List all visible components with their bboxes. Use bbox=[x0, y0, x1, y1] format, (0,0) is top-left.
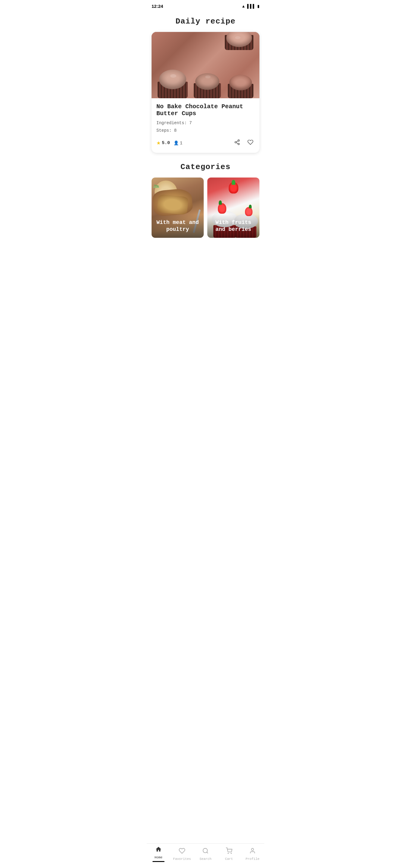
nav-cart-label: Cart bbox=[225, 857, 233, 861]
svg-point-9 bbox=[251, 848, 253, 850]
svg-line-4 bbox=[236, 141, 238, 142]
categories-grid: With meat and poultry bbox=[152, 178, 259, 238]
recipe-footer: ★ 5.0 👤 1 bbox=[156, 138, 255, 148]
svg-point-1 bbox=[235, 142, 236, 143]
recipe-image bbox=[152, 32, 259, 98]
profile-icon bbox=[249, 847, 256, 856]
home-icon bbox=[155, 846, 162, 855]
nav-favorites[interactable]: Favorites bbox=[173, 847, 191, 861]
nav-cart[interactable]: Cart bbox=[220, 847, 238, 861]
recipe-info: No Bake Chocolate Peanut Butter Cups Ing… bbox=[152, 98, 259, 153]
svg-point-0 bbox=[238, 140, 240, 141]
svg-line-3 bbox=[236, 143, 238, 144]
nav-search-label: Search bbox=[199, 857, 212, 861]
search-icon bbox=[202, 847, 209, 856]
favorite-button[interactable] bbox=[246, 138, 255, 148]
wifi-icon: ▲ bbox=[241, 4, 245, 8]
nav-search[interactable]: Search bbox=[196, 847, 215, 861]
page-content: Daily recipe bbox=[147, 17, 264, 265]
reviews-count: 1 bbox=[180, 141, 182, 146]
category-fruits[interactable]: With fruits and berries bbox=[207, 178, 259, 238]
status-icons: ▲ ▌▌▌ ▮ bbox=[241, 4, 259, 8]
svg-line-6 bbox=[207, 852, 208, 853]
categories-title: Categories bbox=[152, 162, 259, 172]
recipe-name: No Bake Chocolate Peanut Butter Cups bbox=[156, 103, 255, 117]
cupcake-top-4 bbox=[229, 75, 252, 90]
recipe-reviews: 👤 1 bbox=[173, 141, 182, 146]
category-meat-overlay: With meat and poultry bbox=[152, 214, 204, 238]
cupcake-top-1 bbox=[159, 70, 186, 89]
star-icon: ★ bbox=[156, 140, 161, 146]
category-fruits-name: With fruits and berries bbox=[211, 219, 256, 233]
status-time: 12:24 bbox=[152, 4, 163, 9]
action-buttons bbox=[233, 138, 255, 148]
category-fruits-overlay: With fruits and berries bbox=[207, 214, 259, 238]
favorites-icon bbox=[179, 847, 185, 856]
category-meat[interactable]: With meat and poultry bbox=[152, 178, 204, 238]
nav-profile-label: Profile bbox=[246, 857, 259, 861]
person-icon: 👤 bbox=[173, 141, 179, 146]
ingredients-count: Ingredients: 7 bbox=[156, 119, 255, 127]
cart-icon bbox=[226, 847, 232, 856]
daily-recipe-title: Daily recipe bbox=[152, 17, 259, 26]
daily-recipe-card[interactable]: No Bake Chocolate Peanut Butter Cups Ing… bbox=[152, 32, 259, 153]
svg-point-5 bbox=[203, 848, 208, 852]
bottom-navigation: Home Favorites Search Cart bbox=[147, 843, 264, 868]
status-bar: 12:24 ▲ ▌▌▌ ▮ bbox=[147, 0, 264, 12]
svg-point-7 bbox=[228, 853, 228, 854]
nav-favorites-label: Favorites bbox=[173, 857, 191, 861]
rating-value: 5.0 bbox=[162, 141, 170, 146]
nav-home-label: Home bbox=[155, 856, 162, 859]
share-button[interactable] bbox=[233, 138, 241, 148]
category-meat-name: With meat and poultry bbox=[155, 219, 200, 233]
nav-profile[interactable]: Profile bbox=[244, 847, 261, 861]
svg-point-2 bbox=[238, 144, 240, 145]
battery-icon: ▮ bbox=[257, 4, 259, 8]
categories-section: Categories bbox=[152, 162, 259, 238]
recipe-rating: ★ 5.0 bbox=[156, 140, 170, 146]
nav-home-indicator bbox=[153, 861, 164, 862]
svg-point-8 bbox=[231, 853, 231, 854]
signal-icon: ▌▌▌ bbox=[247, 4, 255, 8]
nav-home[interactable]: Home bbox=[150, 846, 167, 862]
steps-count: Steps: 8 bbox=[156, 127, 255, 134]
